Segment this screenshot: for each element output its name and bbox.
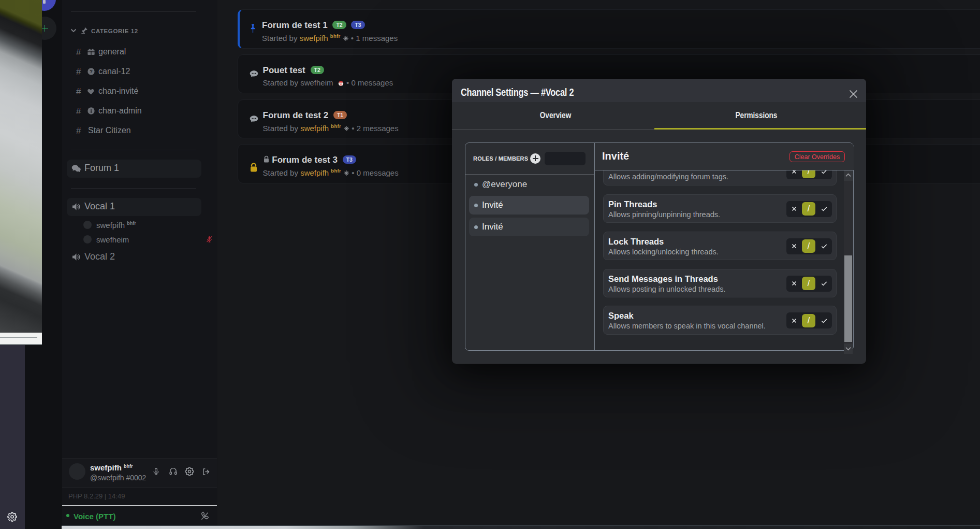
svg-text:?: ? [90, 69, 93, 74]
